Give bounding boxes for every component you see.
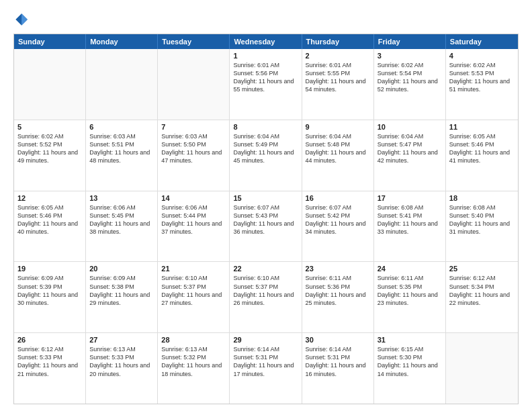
day-number: 17 — [378, 194, 442, 202]
logo-icon — [13, 12, 28, 27]
day-cell-6: 6Sunrise: 6:03 AM Sunset: 5:51 PM Daylig… — [86, 120, 158, 191]
day-cell-22: 22Sunrise: 6:10 AM Sunset: 5:37 PM Dayli… — [230, 262, 302, 332]
day-cell-29: 29Sunrise: 6:14 AM Sunset: 5:31 PM Dayli… — [230, 333, 302, 404]
day-number: 22 — [233, 265, 298, 273]
day-cell-30: 30Sunrise: 6:14 AM Sunset: 5:31 PM Dayli… — [302, 333, 374, 404]
day-number: 3 — [378, 52, 442, 60]
day-cell-20: 20Sunrise: 6:09 AM Sunset: 5:38 PM Dayli… — [86, 262, 158, 332]
day-cell-3: 3Sunrise: 6:02 AM Sunset: 5:54 PM Daylig… — [374, 49, 446, 120]
day-info: Sunrise: 6:01 AM Sunset: 5:55 PM Dayligh… — [306, 61, 370, 94]
day-info: Sunrise: 6:04 AM Sunset: 5:48 PM Dayligh… — [306, 132, 370, 165]
day-number: 19 — [17, 265, 82, 273]
day-info: Sunrise: 6:15 AM Sunset: 5:30 PM Dayligh… — [378, 345, 442, 378]
day-info: Sunrise: 6:13 AM Sunset: 5:33 PM Dayligh… — [89, 345, 154, 378]
day-number: 16 — [306, 194, 370, 202]
day-info: Sunrise: 6:02 AM Sunset: 5:52 PM Dayligh… — [17, 132, 82, 165]
day-number: 12 — [17, 194, 82, 202]
day-number: 20 — [89, 265, 154, 273]
weekday-header-tuesday: Tuesday — [158, 34, 230, 49]
day-number: 1 — [233, 52, 298, 60]
day-cell-1: 1Sunrise: 6:01 AM Sunset: 5:56 PM Daylig… — [230, 49, 302, 120]
day-info: Sunrise: 6:01 AM Sunset: 5:56 PM Dayligh… — [233, 61, 298, 94]
calendar-row-4: 19Sunrise: 6:09 AM Sunset: 5:39 PM Dayli… — [14, 261, 518, 332]
weekday-header-thursday: Thursday — [302, 34, 374, 49]
day-cell-19: 19Sunrise: 6:09 AM Sunset: 5:39 PM Dayli… — [14, 262, 86, 332]
day-cell-13: 13Sunrise: 6:06 AM Sunset: 5:45 PM Dayli… — [86, 191, 158, 262]
day-cell-11: 11Sunrise: 6:05 AM Sunset: 5:46 PM Dayli… — [446, 120, 518, 191]
day-cell-26: 26Sunrise: 6:12 AM Sunset: 5:33 PM Dayli… — [14, 333, 86, 404]
day-number: 24 — [378, 265, 442, 273]
weekday-header-saturday: Saturday — [446, 34, 518, 49]
calendar-body: 1Sunrise: 6:01 AM Sunset: 5:56 PM Daylig… — [14, 49, 518, 404]
empty-cell — [14, 49, 86, 120]
day-number: 18 — [449, 194, 515, 202]
day-number: 27 — [89, 336, 154, 344]
day-number: 2 — [306, 52, 370, 60]
day-cell-21: 21Sunrise: 6:10 AM Sunset: 5:37 PM Dayli… — [158, 262, 230, 332]
empty-cell — [446, 333, 518, 404]
day-info: Sunrise: 6:02 AM Sunset: 5:53 PM Dayligh… — [449, 61, 515, 94]
day-cell-17: 17Sunrise: 6:08 AM Sunset: 5:41 PM Dayli… — [374, 191, 446, 262]
weekday-header-friday: Friday — [374, 34, 446, 49]
day-info: Sunrise: 6:02 AM Sunset: 5:54 PM Dayligh… — [378, 61, 442, 94]
day-cell-28: 28Sunrise: 6:13 AM Sunset: 5:32 PM Dayli… — [158, 333, 230, 404]
day-info: Sunrise: 6:14 AM Sunset: 5:31 PM Dayligh… — [233, 345, 298, 378]
day-info: Sunrise: 6:04 AM Sunset: 5:49 PM Dayligh… — [233, 132, 298, 165]
day-info: Sunrise: 6:03 AM Sunset: 5:50 PM Dayligh… — [161, 132, 226, 165]
day-info: Sunrise: 6:05 AM Sunset: 5:46 PM Dayligh… — [449, 132, 515, 165]
day-info: Sunrise: 6:07 AM Sunset: 5:43 PM Dayligh… — [233, 203, 298, 236]
day-cell-2: 2Sunrise: 6:01 AM Sunset: 5:55 PM Daylig… — [302, 49, 374, 120]
day-number: 13 — [89, 194, 154, 202]
day-number: 25 — [449, 265, 515, 273]
day-number: 7 — [161, 123, 226, 131]
day-cell-9: 9Sunrise: 6:04 AM Sunset: 5:48 PM Daylig… — [302, 120, 374, 191]
day-info: Sunrise: 6:09 AM Sunset: 5:39 PM Dayligh… — [17, 274, 82, 307]
day-number: 4 — [449, 52, 515, 60]
day-cell-14: 14Sunrise: 6:06 AM Sunset: 5:44 PM Dayli… — [158, 191, 230, 262]
day-cell-23: 23Sunrise: 6:11 AM Sunset: 5:36 PM Dayli… — [302, 262, 374, 332]
day-number: 23 — [306, 265, 370, 273]
day-number: 31 — [378, 336, 442, 344]
day-cell-25: 25Sunrise: 6:12 AM Sunset: 5:34 PM Dayli… — [446, 262, 518, 332]
day-info: Sunrise: 6:08 AM Sunset: 5:41 PM Dayligh… — [378, 203, 442, 236]
day-number: 14 — [161, 194, 226, 202]
day-cell-24: 24Sunrise: 6:11 AM Sunset: 5:35 PM Dayli… — [374, 262, 446, 332]
weekday-header-monday: Monday — [86, 34, 158, 49]
day-number: 5 — [17, 123, 82, 131]
day-info: Sunrise: 6:04 AM Sunset: 5:47 PM Dayligh… — [378, 132, 442, 165]
day-info: Sunrise: 6:06 AM Sunset: 5:44 PM Dayligh… — [161, 203, 226, 236]
day-number: 26 — [17, 336, 82, 344]
day-info: Sunrise: 6:14 AM Sunset: 5:31 PM Dayligh… — [306, 345, 370, 378]
day-info: Sunrise: 6:11 AM Sunset: 5:36 PM Dayligh… — [306, 274, 370, 307]
day-cell-16: 16Sunrise: 6:07 AM Sunset: 5:42 PM Dayli… — [302, 191, 374, 262]
day-number: 29 — [233, 336, 298, 344]
empty-cell — [86, 49, 158, 120]
day-info: Sunrise: 6:05 AM Sunset: 5:46 PM Dayligh… — [17, 203, 82, 236]
day-number: 6 — [89, 123, 154, 131]
day-number: 21 — [161, 265, 226, 273]
day-info: Sunrise: 6:12 AM Sunset: 5:34 PM Dayligh… — [449, 274, 515, 307]
day-cell-31: 31Sunrise: 6:15 AM Sunset: 5:30 PM Dayli… — [374, 333, 446, 404]
day-number: 28 — [161, 336, 226, 344]
calendar-row-5: 26Sunrise: 6:12 AM Sunset: 5:33 PM Dayli… — [14, 332, 518, 404]
day-number: 9 — [306, 123, 370, 131]
day-info: Sunrise: 6:10 AM Sunset: 5:37 PM Dayligh… — [233, 274, 298, 307]
weekday-header-wednesday: Wednesday — [230, 34, 302, 49]
day-info: Sunrise: 6:13 AM Sunset: 5:32 PM Dayligh… — [161, 345, 226, 378]
empty-cell — [158, 49, 230, 120]
day-info: Sunrise: 6:08 AM Sunset: 5:40 PM Dayligh… — [449, 203, 515, 236]
calendar-header: SundayMondayTuesdayWednesdayThursdayFrid… — [14, 34, 518, 49]
day-number: 30 — [306, 336, 370, 344]
day-info: Sunrise: 6:07 AM Sunset: 5:42 PM Dayligh… — [306, 203, 370, 236]
day-cell-4: 4Sunrise: 6:02 AM Sunset: 5:53 PM Daylig… — [446, 49, 518, 120]
svg-marker-1 — [21, 13, 28, 26]
day-info: Sunrise: 6:09 AM Sunset: 5:38 PM Dayligh… — [89, 274, 154, 307]
day-cell-7: 7Sunrise: 6:03 AM Sunset: 5:50 PM Daylig… — [158, 120, 230, 191]
day-number: 15 — [233, 194, 298, 202]
day-info: Sunrise: 6:06 AM Sunset: 5:45 PM Dayligh… — [89, 203, 154, 236]
day-cell-5: 5Sunrise: 6:02 AM Sunset: 5:52 PM Daylig… — [14, 120, 86, 191]
day-cell-10: 10Sunrise: 6:04 AM Sunset: 5:47 PM Dayli… — [374, 120, 446, 191]
weekday-header-sunday: Sunday — [14, 34, 86, 49]
day-info: Sunrise: 6:10 AM Sunset: 5:37 PM Dayligh… — [161, 274, 226, 307]
calendar: SundayMondayTuesdayWednesdayThursdayFrid… — [13, 34, 519, 404]
